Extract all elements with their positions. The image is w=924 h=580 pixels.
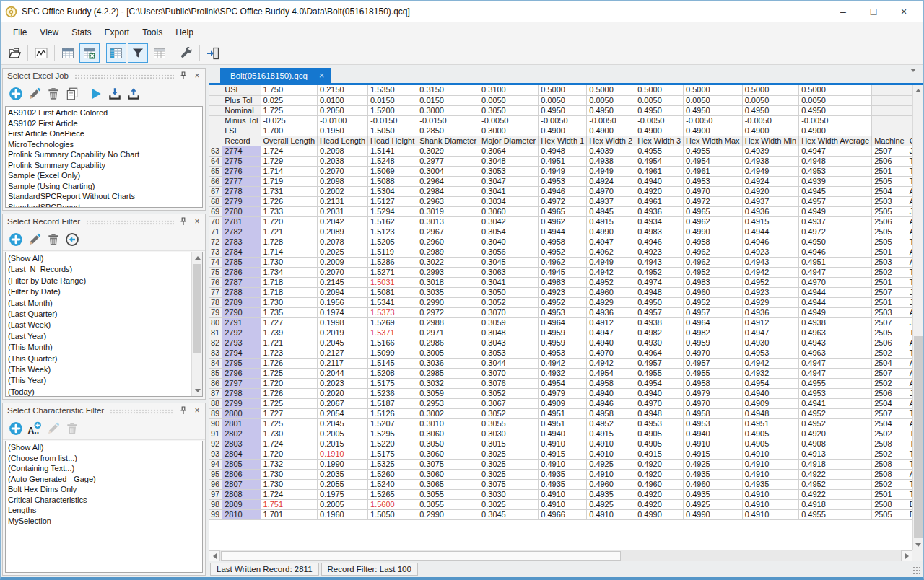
list-item[interactable]: (Show All): [8, 253, 191, 264]
measurement-cell[interactable]: 0.3041: [479, 186, 539, 196]
measurement-cell[interactable]: 0.4908: [799, 439, 872, 449]
list-item[interactable]: (Show All): [8, 442, 202, 453]
measurement-cell[interactable]: 0.4938: [742, 156, 799, 166]
measurement-cell[interactable]: 0.1975: [318, 489, 368, 499]
measurement-cell[interactable]: 0.2972: [417, 307, 479, 317]
measurement-cell[interactable]: 0.4937: [742, 196, 799, 206]
measurement-cell[interactable]: 0.4932: [539, 368, 587, 378]
measurement-cell[interactable]: 0.4946: [742, 237, 799, 247]
measurement-cell[interactable]: 0.4912: [742, 317, 799, 328]
scroll-thumb[interactable]: [221, 551, 621, 561]
measurement-cell[interactable]: 0.4920: [635, 469, 684, 479]
record-cell[interactable]: 2791: [222, 317, 261, 328]
measurement-cell[interactable]: 1.726: [261, 358, 318, 368]
measurement-cell[interactable]: 0.4958: [684, 408, 743, 418]
record-cell[interactable]: 2785: [222, 257, 261, 267]
measurement-cell[interactable]: 1.730: [261, 297, 318, 307]
measurement-cell[interactable]: 0.2971: [417, 328, 479, 338]
measurement-cell[interactable]: 1.5205: [368, 237, 417, 247]
measurement-cell[interactable]: 1.727: [261, 317, 318, 328]
measurement-cell[interactable]: 0.4947: [799, 267, 872, 277]
measurement-cell[interactable]: 0.4945: [587, 206, 635, 216]
grid-vertical-scrollbar[interactable]: [912, 85, 923, 550]
measurement-cell[interactable]: 2507: [872, 146, 907, 156]
measurement-cell[interactable]: Ted: [907, 166, 912, 176]
measurement-cell[interactable]: 0.4910: [742, 469, 799, 479]
measurement-cell[interactable]: 0.4983: [539, 277, 587, 287]
measurement-cell[interactable]: 0.2015: [318, 439, 368, 449]
measurement-cell[interactable]: 0.4954: [684, 156, 743, 166]
measurement-cell[interactable]: Ted: [907, 176, 912, 186]
measurement-cell[interactable]: 0.4922: [799, 469, 872, 479]
measurement-cell[interactable]: 0.4905: [742, 429, 799, 439]
measurement-cell[interactable]: 0.4972: [539, 196, 587, 206]
measurement-cell[interactable]: 2501: [872, 297, 907, 307]
record-cell[interactable]: 2793: [222, 338, 261, 348]
measurement-cell[interactable]: Bet: [907, 499, 912, 509]
measurement-cell[interactable]: 0.2020: [318, 388, 368, 398]
scroll-thumb[interactable]: [193, 264, 201, 353]
record-cell[interactable]: 2810: [222, 509, 261, 519]
measurement-cell[interactable]: 2502: [872, 449, 907, 459]
measurement-cell[interactable]: 2505: [872, 227, 907, 237]
measurement-cell[interactable]: 0.4940: [587, 388, 635, 398]
measurement-cell[interactable]: 0.4936: [635, 206, 684, 216]
measurement-cell[interactable]: 0.1910: [318, 449, 368, 459]
measurement-cell[interactable]: 0.3015: [479, 439, 539, 449]
measurement-cell[interactable]: 0.3053: [479, 348, 539, 358]
record-view-icon[interactable]: [106, 43, 126, 63]
measurement-cell[interactable]: 2507: [872, 368, 907, 378]
measurement-cell[interactable]: 0.4949: [799, 206, 872, 216]
measurement-cell[interactable]: 0.3044: [479, 358, 539, 368]
list-item[interactable]: First Article OnePiece: [8, 128, 202, 139]
measurement-cell[interactable]: 1.720: [261, 216, 318, 227]
list-item[interactable]: (Filter by Date): [8, 286, 191, 297]
record-cell[interactable]: 2798: [222, 388, 261, 398]
measurement-cell[interactable]: 2502: [872, 429, 907, 439]
measurement-cell[interactable]: Joe: [907, 297, 912, 307]
measurement-cell[interactable]: 0.3060: [417, 449, 479, 459]
measurement-cell[interactable]: 1.725: [261, 418, 318, 429]
measurement-cell[interactable]: 0.4910: [539, 489, 587, 499]
measurement-cell[interactable]: 1.723: [261, 348, 318, 358]
measurement-cell[interactable]: 1.725: [261, 398, 318, 408]
measurement-cell[interactable]: 1.5207: [368, 418, 417, 429]
measurement-cell[interactable]: Alic: [907, 398, 912, 408]
measurement-cell[interactable]: 1.5127: [368, 196, 417, 206]
measurement-cell[interactable]: 0.3025: [479, 459, 539, 469]
menu-item-view[interactable]: View: [33, 25, 65, 40]
measurement-cell[interactable]: Joe: [907, 388, 912, 398]
measurement-cell[interactable]: 1.724: [261, 146, 318, 156]
measurement-cell[interactable]: 0.3025: [479, 449, 539, 459]
record-cell[interactable]: 2800: [222, 408, 261, 418]
measurement-cell[interactable]: 0.4954: [587, 368, 635, 378]
measurement-cell[interactable]: 0.4962: [684, 257, 743, 267]
column-header[interactable]: Hex Width Min: [742, 136, 799, 146]
measurement-cell[interactable]: 0.3004: [417, 166, 479, 176]
measurement-cell[interactable]: 0.4950: [799, 237, 872, 247]
measurement-cell[interactable]: 2504: [872, 418, 907, 429]
measurement-cell[interactable]: 2505: [872, 237, 907, 247]
measurement-cell[interactable]: 0.4925: [587, 499, 635, 509]
measurement-cell[interactable]: 2501: [872, 277, 907, 287]
measurement-cell[interactable]: 0.4915: [539, 449, 587, 459]
measurement-cell[interactable]: Alic: [907, 216, 912, 227]
pin-icon[interactable]: [178, 216, 188, 227]
measurement-cell[interactable]: 0.2045: [318, 338, 368, 348]
measurement-cell[interactable]: 0.4950: [635, 297, 684, 307]
measurement-cell[interactable]: 0.3045: [479, 257, 539, 267]
measurement-cell[interactable]: 0.4910: [587, 439, 635, 449]
measurement-cell[interactable]: Joe: [907, 206, 912, 216]
measurement-cell[interactable]: 0.4940: [587, 338, 635, 348]
column-header[interactable]: Ope: [907, 136, 912, 146]
measurement-cell[interactable]: Bet: [907, 509, 912, 519]
measurement-cell[interactable]: 0.4930: [635, 338, 684, 348]
record-cell[interactable]: 2808: [222, 489, 261, 499]
list-item[interactable]: (This Quarter): [8, 353, 191, 364]
measurement-cell[interactable]: 2504: [872, 358, 907, 368]
measurement-cell[interactable]: 0.2986: [417, 338, 479, 348]
maximize-button[interactable]: □: [858, 1, 889, 22]
measurement-cell[interactable]: 0.3076: [479, 378, 539, 388]
measurement-cell[interactable]: 0.4952: [799, 408, 872, 418]
measurement-cell[interactable]: 0.2117: [318, 358, 368, 368]
